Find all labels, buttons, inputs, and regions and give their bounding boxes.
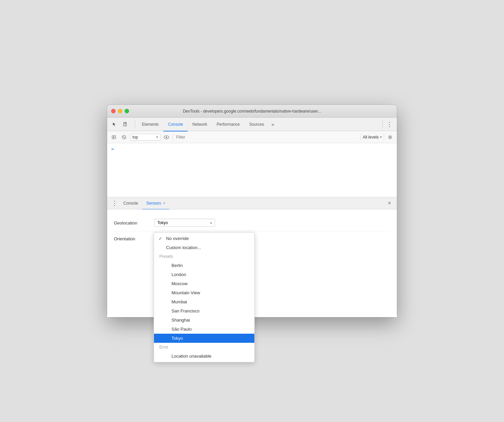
dropdown-group-error: Error [154,343,254,352]
traffic-lights [111,109,129,113]
bottom-tab-console[interactable]: Console [119,198,142,210]
close-drawer-button[interactable]: × [385,199,394,208]
inspect-icon[interactable] [110,120,119,129]
titlebar: DevTools - developers.google.com/web/fun… [107,105,397,118]
toolbar-end: ⋮ [385,120,394,129]
close-button[interactable] [111,109,116,113]
clear-console-icon[interactable] [120,133,128,141]
console-output: > [107,143,397,197]
device-toolbar-icon[interactable] [121,120,130,129]
console-filter-bar: top ▾ All levels ▾ [107,131,397,143]
tab-elements[interactable]: Elements [137,118,163,131]
tab-console[interactable]: Console [163,118,188,131]
filter-divider [172,134,173,141]
svg-point-9 [389,136,391,138]
dropdown-group-presets: Presets [154,252,254,261]
toolbar-icons [110,120,130,129]
dropdown-item-berlin[interactable]: Berlin [154,261,254,270]
console-prompt: > [111,146,114,152]
dropdown-item-tokyo[interactable]: Tokyo [154,334,254,343]
geolocation-control: Tokyo ▾ [154,219,215,227]
dropdown-item-custom[interactable]: Custom location... [154,243,254,252]
dropdown-item-mountain-view[interactable]: Mountain View [154,288,254,297]
devtools-window: DevTools - developers.google.com/web/fun… [107,105,397,317]
dropdown-item-london[interactable]: London [154,270,254,279]
dropdown-item-location-unavailable[interactable]: Location unavailable [154,352,254,361]
filter-divider-2 [360,134,361,141]
svg-rect-1 [125,122,126,124]
dropdown-item-san-francisco[interactable]: San Francisco [154,306,254,315]
toolbar-divider [135,120,135,128]
svg-line-6 [123,136,125,138]
tab-network[interactable]: Network [188,118,212,131]
bottom-tabs-bar: ⋮ Console Sensors × × [107,197,397,209]
geolocation-select[interactable]: Tokyo ▾ [154,219,215,227]
dropdown-item-mumbai[interactable]: Mumbai [154,297,254,306]
svg-marker-4 [113,136,115,138]
dropdown-item-moscow[interactable]: Moscow [154,279,254,288]
filter-input[interactable] [175,135,358,140]
console-settings-icon[interactable] [386,133,394,141]
context-selector[interactable]: top ▾ [130,134,160,141]
geolocation-row: Geolocation Tokyo ▾ No override Custom l… [114,215,390,231]
bottom-tabs-more-button[interactable]: ⋮ [110,199,119,208]
dropdown-item-no-override[interactable]: No override [154,234,254,243]
orientation-label: Orientation [114,236,154,241]
geolocation-label: Geolocation [114,220,154,225]
toolbar-divider-2 [382,120,383,128]
devtools-menu-button[interactable]: ⋮ [385,120,394,129]
bottom-tabs: Console Sensors × [119,197,385,209]
dropdown-item-sao-paulo[interactable]: São Paulo [154,325,254,334]
geolocation-dropdown: No override Custom location... Presets B… [154,232,255,362]
tabs-more-button[interactable]: » [269,118,277,131]
maximize-button[interactable] [125,109,129,113]
sensors-panel: Geolocation Tokyo ▾ No override Custom l… [107,209,397,317]
main-tabs: Elements Console Network Performance Sou… [137,118,380,131]
eye-icon[interactable] [162,133,170,141]
levels-selector[interactable]: All levels ▾ [363,135,382,140]
minimize-button[interactable] [118,109,122,113]
close-sensors-tab-icon[interactable]: × [163,201,165,206]
bottom-tab-sensors[interactable]: Sensors × [142,198,169,210]
devtools-toolbar: Elements Console Network Performance Sou… [107,118,397,131]
tab-sources[interactable]: Sources [245,118,269,131]
tab-performance[interactable]: Performance [212,118,245,131]
filter-divider-3 [384,134,384,141]
svg-point-8 [166,137,167,138]
window-title: DevTools - developers.google.com/web/fun… [183,109,321,114]
execute-icon[interactable] [110,133,118,141]
dropdown-item-shanghai[interactable]: Shanghai [154,315,254,325]
